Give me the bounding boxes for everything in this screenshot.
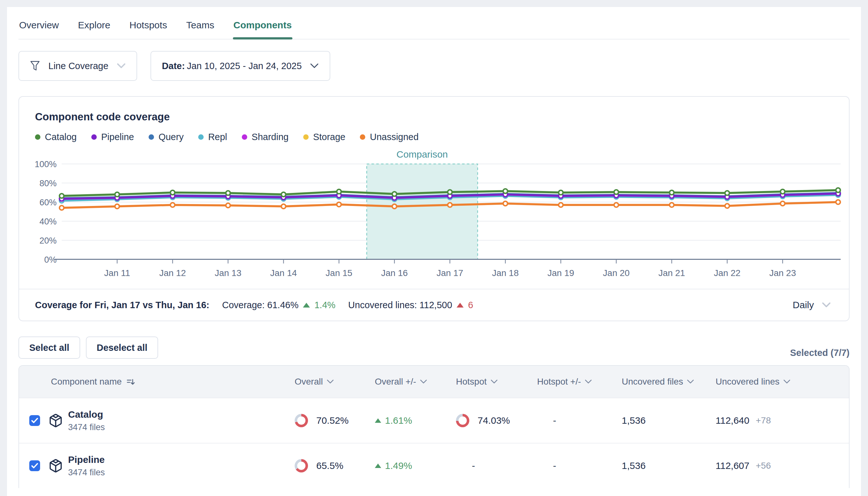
legend-item-sharding[interactable]: Sharding: [242, 132, 289, 142]
tab-hotspots[interactable]: Hotspots: [129, 20, 168, 39]
data-point-unassigned: [60, 206, 64, 210]
overall-delta-value: 1.61%: [385, 415, 412, 426]
column-header-label: Overall +/-: [375, 377, 416, 387]
uncovered-delta: 6: [468, 300, 473, 310]
legend-item-query[interactable]: Query: [149, 132, 183, 142]
data-point-catalog: [725, 191, 729, 195]
data-point-unassigned: [226, 203, 230, 207]
date-filter-dropdown[interactable]: Date:Jan 10, 2025 - Jan 24, 2025: [150, 51, 331, 81]
select-all-button[interactable]: Select all: [18, 337, 80, 359]
data-point-unassigned: [670, 203, 674, 207]
component-name[interactable]: Pipeline: [68, 454, 105, 465]
column-header-hotspot-[interactable]: Hotspot +/-: [537, 377, 622, 387]
x-axis-label: Jan 22: [714, 268, 740, 278]
x-axis-label: Jan 15: [325, 268, 352, 278]
funnel-icon: [30, 61, 40, 71]
comparison-summary-label: Coverage for Fri, Jan 17 vs Thu, Jan 16:: [35, 300, 209, 310]
column-header-label: Hotspot: [456, 377, 487, 387]
data-point-catalog: [281, 192, 286, 197]
sort-icon: [126, 377, 135, 387]
legend-item-storage[interactable]: Storage: [303, 132, 345, 142]
overall-cell: 65.5%: [295, 459, 375, 472]
legend-item-unassigned[interactable]: Unassigned: [360, 132, 418, 142]
legend-item-repl[interactable]: Repl: [198, 132, 227, 142]
up-triangle-icon: [375, 464, 381, 468]
chart-legend: CatalogPipelineQueryReplShardingStorageU…: [35, 132, 849, 142]
deselect-all-button[interactable]: Deselect all: [86, 337, 159, 359]
up-triangle-icon: [303, 303, 310, 308]
x-axis-label: Jan 11: [104, 268, 130, 278]
legend-dot: [242, 134, 247, 140]
data-point-catalog: [115, 192, 119, 197]
hotspot-delta-cell: -: [537, 415, 622, 426]
coverage-donut: [295, 414, 308, 427]
uncovered-lines-value: 112,607: [716, 460, 749, 471]
chevron-down-icon: [310, 63, 319, 69]
legend-dot: [91, 134, 97, 140]
table-header: Component nameOverallOverall +/-HotspotH…: [19, 366, 849, 398]
x-axis-label: Jan 23: [769, 268, 796, 278]
tab-components[interactable]: Components: [233, 20, 292, 39]
column-header-uncovered-files[interactable]: Uncovered files: [622, 377, 716, 387]
column-header-label: Uncovered files: [622, 377, 683, 387]
metric-filter-label: Line Coverage: [48, 61, 109, 71]
hotspot-cell: 74.03%: [456, 414, 537, 427]
column-header-component-name[interactable]: Component name: [19, 377, 295, 387]
x-axis-label: Jan 21: [658, 268, 685, 278]
y-axis-label: 100%: [35, 159, 57, 169]
data-point-catalog: [60, 193, 64, 198]
coverage-stat: Coverage: 61.46% 1.4%: [222, 300, 335, 310]
legend-item-catalog[interactable]: Catalog: [35, 132, 77, 142]
hotspot-donut: [456, 414, 469, 427]
component-name-block: Pipeline3474 files: [68, 454, 105, 478]
chevron-down-icon: [687, 379, 694, 384]
check-icon: [31, 463, 38, 469]
data-point-unassigned: [614, 203, 618, 207]
x-axis-label: Jan 14: [270, 268, 297, 278]
y-axis-label: 20%: [39, 236, 57, 246]
data-point-unassigned: [392, 204, 397, 208]
column-header-hotspot[interactable]: Hotspot: [456, 377, 537, 387]
uncovered-lines-value: 112,640: [716, 415, 749, 426]
filter-bar: Line Coverage Date:Jan 10, 2025 - Jan 24…: [18, 51, 850, 81]
table-row-catalog: Catalog3474 files70.52%1.61%74.03%-1,536…: [19, 398, 849, 443]
uncovered-lines-cell: 112,640+78: [716, 415, 849, 426]
data-point-unassigned: [725, 204, 729, 208]
uncovered-lines-delta: +56: [756, 461, 771, 471]
chevron-down-icon: [327, 379, 334, 384]
column-header-overall-[interactable]: Overall +/-: [375, 377, 456, 387]
page: OverviewExploreHotspotsTeamsComponents L…: [7, 7, 861, 496]
comparison-band: [367, 164, 478, 260]
table-row-pipeline: Pipeline3474 files65.5%1.49%--1,536112,6…: [19, 443, 849, 488]
overall-cell: 70.52%: [295, 414, 375, 427]
x-axis-label: Jan 20: [603, 268, 630, 278]
data-point-catalog: [614, 190, 618, 194]
column-header-uncovered-lines[interactable]: Uncovered lines: [716, 377, 849, 387]
component-name-block: Catalog3474 files: [68, 409, 105, 432]
row-checkbox[interactable]: [29, 460, 40, 471]
metric-filter-dropdown[interactable]: Line Coverage: [18, 51, 137, 81]
uncovered-lines-stat: Uncovered lines: 112,500 6: [348, 300, 473, 310]
granularity-dropdown[interactable]: Daily: [791, 299, 833, 311]
legend-item-pipeline[interactable]: Pipeline: [91, 132, 134, 142]
chevron-down-icon: [822, 302, 831, 308]
x-axis-label: Jan 13: [215, 268, 241, 278]
tab-overview[interactable]: Overview: [18, 20, 60, 39]
column-header-label: Overall: [295, 377, 323, 387]
legend-label: Unassigned: [370, 132, 418, 142]
tab-teams[interactable]: Teams: [186, 20, 215, 39]
data-point-unassigned: [559, 203, 563, 207]
uncovered-lines-cell: 112,607+56: [716, 460, 849, 471]
row-checkbox[interactable]: [29, 415, 40, 426]
column-header-overall[interactable]: Overall: [295, 377, 375, 387]
component-name[interactable]: Catalog: [68, 409, 105, 420]
hotspot-delta-value: -: [537, 460, 556, 471]
data-point-catalog: [670, 190, 674, 195]
uncovered-files-cell: 1,536: [622, 460, 716, 471]
uncovered-files-value: 1,536: [622, 415, 646, 426]
up-triangle-icon: [456, 303, 464, 308]
tab-explore[interactable]: Explore: [77, 20, 111, 39]
uncovered-files-cell: 1,536: [622, 415, 716, 426]
data-point-catalog: [337, 189, 341, 194]
chevron-down-icon: [491, 379, 498, 384]
